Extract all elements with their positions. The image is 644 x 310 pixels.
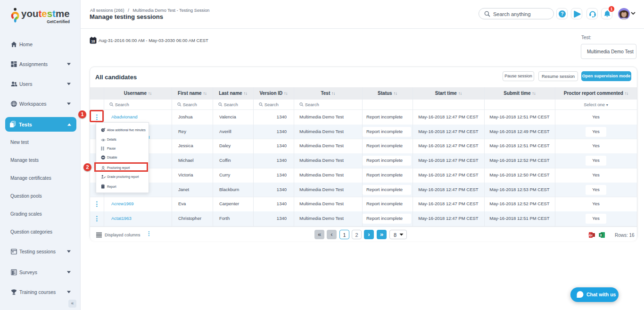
svg-text:PDF: PDF [588,234,593,236]
svg-text:18: 18 [91,40,95,43]
svg-text:?: ? [561,11,563,17]
svg-text:X: X [600,233,602,236]
